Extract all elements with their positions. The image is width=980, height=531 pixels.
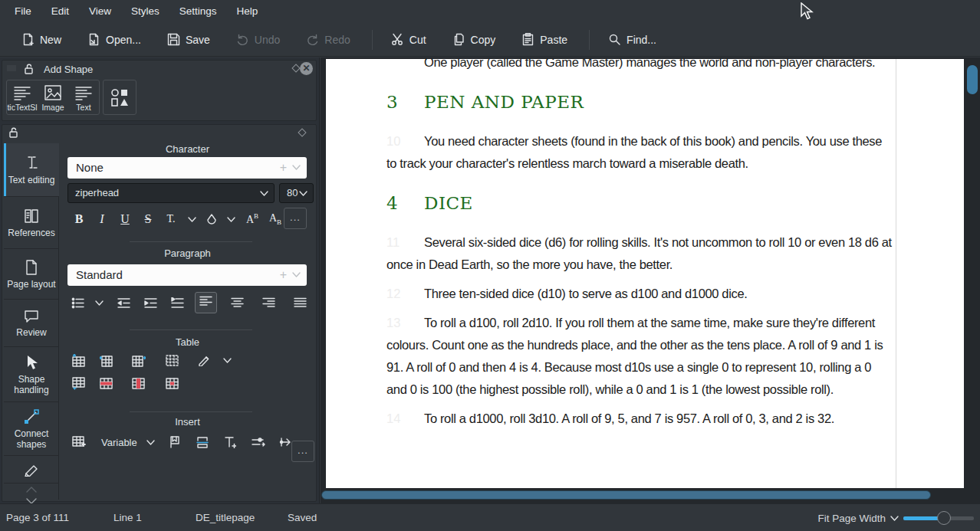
align-left-button[interactable] — [195, 292, 217, 313]
underline-button[interactable]: U — [113, 212, 136, 226]
bold-button[interactable]: B — [67, 212, 90, 226]
toolbar-separator — [372, 30, 373, 50]
insert-table-icon[interactable] — [72, 436, 86, 449]
character-style-combo[interactable]: None + — [67, 157, 307, 179]
vertical-scrollbar[interactable] — [964, 57, 980, 503]
zoom-slider-handle[interactable] — [937, 511, 951, 525]
branch-arrows-icon[interactable] — [279, 437, 293, 447]
copy-button[interactable]: Copy — [445, 28, 504, 51]
unlock-icon[interactable] — [24, 64, 34, 74]
drag-handle-icon[interactable] — [7, 65, 16, 71]
zoom-slider[interactable] — [903, 516, 974, 520]
align-right-icon[interactable] — [262, 297, 275, 308]
menu-styles[interactable]: Styles — [121, 0, 169, 23]
horizontal-scrollbar-thumb[interactable] — [321, 490, 931, 500]
document-content[interactable]: One player (called the Game Master) mana… — [386, 59, 894, 437]
tab-text-editing[interactable]: Text editing — [4, 143, 59, 197]
text-color-button[interactable]: T. — [159, 213, 183, 225]
cut-button[interactable]: Cut — [383, 28, 434, 51]
paragraph-14: 14 To roll a d1000, roll 3d10. A roll of… — [386, 408, 894, 430]
left-dock: Add Shape ✕ ticTextSl Image Text — [0, 57, 320, 503]
menu-help[interactable]: Help — [227, 0, 268, 23]
horizontal-scrollbar[interactable] — [321, 490, 931, 500]
open-button[interactable]: Open... — [80, 28, 149, 51]
font-size-combo[interactable]: 80 — [279, 183, 314, 203]
menu-file[interactable]: File — [5, 0, 41, 23]
new-button[interactable]: New — [14, 28, 69, 51]
edit-table-icon[interactable] — [198, 354, 211, 366]
save-button[interactable]: Save — [159, 28, 218, 51]
chevron-down-icon[interactable] — [223, 358, 232, 363]
menu-view[interactable]: View — [79, 0, 121, 23]
delete-table-icon[interactable] — [166, 377, 179, 390]
menu-settings[interactable]: Settings — [169, 0, 227, 23]
float-panel-icon[interactable] — [298, 128, 306, 136]
bookmark-icon[interactable] — [169, 436, 181, 448]
add-style-icon[interactable]: + — [280, 264, 287, 286]
first-line-indent-icon[interactable] — [171, 297, 184, 309]
character-more-button[interactable]: ... — [284, 208, 307, 229]
tab-references[interactable]: References — [4, 197, 59, 249]
paragraph-style-combo[interactable]: Standard + — [67, 264, 307, 286]
list-style-icon[interactable] — [71, 297, 84, 309]
undo-button[interactable]: Undo — [229, 28, 288, 51]
more-shapes-button[interactable] — [103, 80, 136, 115]
character-format-row: B I U S T. AB AB ... — [67, 208, 308, 231]
strikethrough-button[interactable]: S — [136, 212, 159, 226]
sort-table-icon[interactable] — [72, 377, 86, 390]
chevron-down-icon — [260, 191, 268, 196]
tab-page-layout[interactable]: Page layout — [4, 249, 59, 300]
zoom-mode-selector[interactable]: Fit Page Width — [817, 513, 886, 524]
find-button[interactable]: Find... — [600, 28, 664, 51]
character-section-title: Character — [62, 143, 313, 155]
vertical-scrollbar-thumb[interactable] — [967, 65, 978, 94]
tab-shape-handling[interactable]: Shape handling — [4, 347, 59, 402]
delete-column-icon[interactable] — [132, 377, 146, 390]
insert-variable-button[interactable]: Variable — [101, 437, 137, 448]
add-style-icon[interactable]: + — [280, 157, 287, 179]
increase-indent-icon[interactable] — [144, 297, 157, 309]
slider-control-icon[interactable] — [252, 437, 265, 447]
close-icon[interactable]: ✕ — [300, 62, 313, 75]
save-icon — [167, 33, 180, 46]
tab-review[interactable]: Review — [4, 300, 59, 347]
document-page[interactable]: One player (called the Game Master) mana… — [326, 59, 964, 488]
static-text-shape-button[interactable]: ticTextSl — [7, 80, 38, 114]
align-center-icon[interactable] — [231, 297, 244, 308]
tab-calligraphy[interactable] — [4, 456, 59, 483]
text-shape-button[interactable]: Text — [68, 80, 99, 114]
toolbar-separator — [589, 30, 590, 50]
delete-row-icon[interactable] — [100, 377, 113, 390]
table-row-1 — [67, 352, 236, 369]
scroll-tabs-up-button[interactable] — [4, 483, 59, 495]
current-style-name[interactable]: DE_titlepage — [196, 512, 255, 523]
tab-connect-shapes[interactable]: Connect shapes — [4, 402, 59, 456]
paste-button[interactable]: Paste — [514, 28, 575, 51]
insert-text-icon[interactable] — [224, 436, 236, 448]
table-borders-icon[interactable] — [166, 354, 179, 367]
superscript-button[interactable]: AB — [241, 212, 264, 226]
unlock-icon[interactable] — [8, 127, 18, 138]
highlight-color-icon[interactable] — [206, 214, 218, 225]
chevron-down-icon[interactable] — [95, 300, 104, 306]
page-indicator[interactable]: Page 3 of 111 — [6, 512, 69, 523]
decrease-indent-icon[interactable] — [117, 297, 130, 309]
menu-edit[interactable]: Edit — [41, 0, 79, 23]
insert-column-left-icon[interactable] — [100, 354, 113, 367]
font-family-combo[interactable]: ziperhead — [67, 183, 275, 203]
image-shape-button[interactable]: Image — [38, 80, 68, 114]
italic-button[interactable]: I — [90, 212, 113, 226]
chevron-down-icon[interactable] — [890, 516, 899, 521]
chevron-down-icon[interactable] — [188, 217, 196, 222]
redo-button[interactable]: Redo — [298, 28, 357, 51]
chevron-down-icon[interactable] — [227, 217, 235, 222]
insert-column-right-icon[interactable] — [132, 354, 146, 367]
insert-row-above-icon[interactable] — [72, 354, 86, 367]
chevron-down-icon[interactable] — [292, 272, 301, 277]
page-break-icon[interactable] — [196, 436, 209, 448]
float-panel-icon[interactable] — [291, 64, 300, 72]
align-justify-icon[interactable] — [294, 297, 307, 308]
paragraph-13: 13 To roll a d100, roll 2d10. If you rol… — [386, 312, 894, 401]
chevron-down-icon[interactable] — [292, 165, 301, 170]
chevron-down-icon[interactable] — [146, 440, 155, 445]
